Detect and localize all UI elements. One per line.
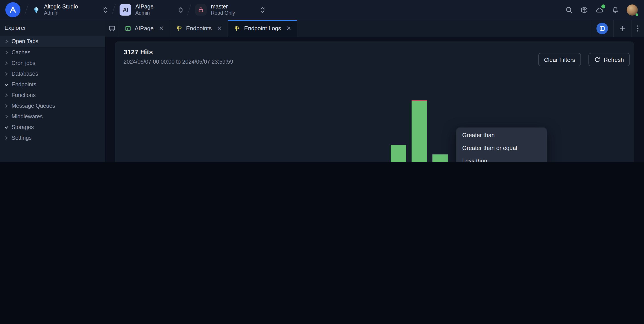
sidebar-item-label: Functions <box>12 92 36 98</box>
divider <box>187 4 191 15</box>
signpost-icon <box>234 25 241 32</box>
workspace-selector[interactable]: Altogic Studio Admin <box>32 4 108 16</box>
board-icon[interactable] <box>105 20 119 37</box>
chevron-right-icon <box>4 39 8 44</box>
chevron-right-icon <box>4 72 8 76</box>
chevron-right-icon <box>4 114 8 119</box>
sidebar-item-label: Storages <box>12 124 34 130</box>
tab-endpoint-logs[interactable]: Endpoint Logs ✕ <box>228 20 298 37</box>
presence-dot <box>636 13 638 16</box>
refresh-button[interactable]: Refresh <box>588 53 630 66</box>
error-cap <box>412 100 427 101</box>
explorer-sidebar: Explorer Open Tabs Caches Cron jobs Data… <box>0 20 105 162</box>
tab-label: Endpoint Logs <box>244 25 281 32</box>
sidebar-item-label: Middlewares <box>12 113 43 120</box>
environment-role: Read Only <box>211 10 235 16</box>
divider <box>112 4 116 15</box>
operator-menu: Greater thanGreater than or equalLess th… <box>456 128 547 162</box>
toggle-sidebar-button[interactable] <box>591 20 613 37</box>
altogic-logo-icon[interactable] <box>5 2 20 17</box>
hits-bar-chart[interactable] <box>121 99 633 162</box>
tab-controls <box>591 20 644 37</box>
tab-bar: AIPage ✕ Endpoints ✕ Endpoint Logs ✕ <box>105 20 644 37</box>
chevron-right-icon <box>4 61 8 65</box>
menu-item-less-than[interactable]: Less than <box>456 154 547 162</box>
signpost-icon <box>176 25 182 32</box>
sidebar-item-open-tabs[interactable]: Open Tabs <box>0 36 105 47</box>
top-bar: Altogic Studio Admin AI AIPage Admin <box>0 0 644 20</box>
refresh-icon <box>594 57 600 63</box>
deploy-cloud-icon[interactable] <box>596 6 604 13</box>
sidebar-item-label: Caches <box>12 49 30 56</box>
sidebar-item-label: Endpoints <box>12 81 36 88</box>
workspace-name: Altogic Studio <box>44 4 78 10</box>
sidebar-item-label: Settings <box>12 135 32 141</box>
sidebar-item-label: Databases <box>12 71 38 77</box>
tab-aipage[interactable]: AIPage ✕ <box>119 20 170 37</box>
chevron-updown-icon[interactable] <box>260 7 265 13</box>
notifications-bell-icon[interactable] <box>612 6 619 14</box>
project-name: AIPage <box>135 4 154 10</box>
environment-selector[interactable]: master Read Only <box>195 4 265 16</box>
user-avatar[interactable] <box>627 4 638 15</box>
refresh-label: Refresh <box>604 56 624 63</box>
sidebar-item-settings[interactable]: Settings <box>0 133 105 143</box>
sidebar-item-databases[interactable]: Databases <box>0 69 105 79</box>
menu-item-greater-than[interactable]: Greater than <box>456 129 547 141</box>
hits-bar[interactable] <box>391 145 406 162</box>
chevron-down-icon <box>4 82 8 87</box>
sidebar-item-middlewares[interactable]: Middlewares <box>0 111 105 122</box>
filter-popover: Greater thanGreater than or equalLess th… <box>456 127 547 162</box>
clear-filters-label: Clear Filters <box>544 56 575 63</box>
sidebar-item-label: Open Tabs <box>12 38 38 45</box>
sidebar-item-cron-jobs[interactable]: Cron jobs <box>0 58 105 69</box>
new-tab-button[interactable] <box>613 20 631 37</box>
close-icon[interactable]: ✕ <box>217 25 222 32</box>
tab-endpoints[interactable]: Endpoints ✕ <box>170 20 228 37</box>
project-role: Admin <box>135 10 154 16</box>
hits-count: 3127 Hits <box>124 48 153 56</box>
close-icon[interactable]: ✕ <box>286 25 291 32</box>
chevron-updown-icon[interactable] <box>103 7 108 13</box>
hits-date-range: 2024/05/07 00:00:00 to 2024/05/07 23:59:… <box>124 59 233 65</box>
lock-icon <box>195 4 207 16</box>
sidebar-title: Explorer <box>0 20 105 36</box>
chevron-right-icon <box>4 93 8 97</box>
project-avatar: AI <box>120 4 131 16</box>
sidebar-item-caches[interactable]: Caches <box>0 47 105 58</box>
chevron-right-icon <box>4 104 8 108</box>
search-icon[interactable] <box>565 6 573 14</box>
deploy-status-dot <box>601 5 605 9</box>
tab-label: Endpoints <box>186 25 212 32</box>
clear-filters-button[interactable]: Clear Filters <box>538 53 581 66</box>
layout-panel-icon <box>596 23 608 34</box>
project-selector[interactable]: AI AIPage Admin <box>120 4 183 16</box>
chevron-right-icon <box>4 136 8 140</box>
divider <box>24 4 28 15</box>
sidebar-item-storages[interactable]: Storages <box>0 122 105 133</box>
chevron-updown-icon[interactable] <box>179 7 183 13</box>
tab-label: AIPage <box>135 25 154 32</box>
table-icon <box>125 25 131 31</box>
close-icon[interactable]: ✕ <box>159 25 164 32</box>
hits-bar[interactable] <box>432 154 448 162</box>
menu-item-greater-than-or-equal[interactable]: Greater than or equal <box>456 141 547 154</box>
tabs: AIPage ✕ Endpoints ✕ Endpoint Logs ✕ <box>119 20 298 37</box>
hits-chart-card: 3127 Hits 2024/05/07 00:00:00 to 2024/05… <box>115 41 634 162</box>
workspace-diamond-icon <box>32 6 40 14</box>
sidebar-list: Open Tabs Caches Cron jobs Databases End… <box>0 36 105 143</box>
sidebar-item-functions[interactable]: Functions <box>0 90 105 101</box>
sidebar-item-label: Message Queues <box>12 103 55 109</box>
workspace-role: Admin <box>44 10 78 16</box>
sidebar-item-endpoints[interactable]: Endpoints <box>0 79 105 90</box>
environment-name: master <box>211 4 235 10</box>
chevron-down-icon <box>4 125 8 129</box>
hits-bar[interactable] <box>412 100 427 162</box>
package-icon[interactable] <box>580 6 588 14</box>
sidebar-item-label: Cron jobs <box>12 60 35 66</box>
tab-menu-kebab-icon[interactable] <box>631 20 644 37</box>
sidebar-item-message-queues[interactable]: Message Queues <box>0 101 105 111</box>
chevron-right-icon <box>4 50 8 55</box>
app-root: Altogic Studio Admin AI AIPage Admin <box>0 0 644 162</box>
